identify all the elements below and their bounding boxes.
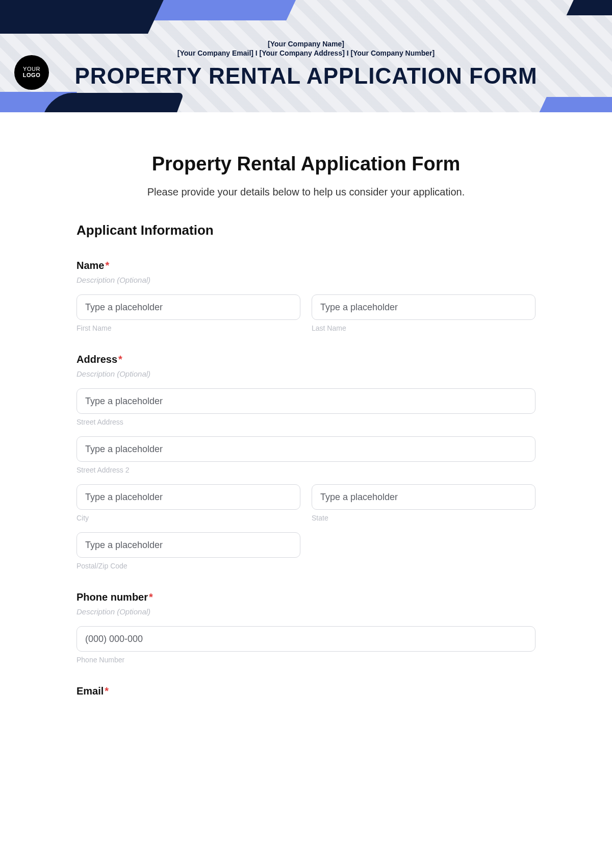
form-container: Property Rental Application Form Please …: [76, 112, 536, 717]
header-banner: YOUR LOGO [Your Company Name] [Your Comp…: [0, 0, 612, 112]
page-subtitle: Please provide your details below to hel…: [76, 186, 536, 198]
input-first-name[interactable]: [76, 294, 300, 320]
input-state[interactable]: [312, 484, 536, 510]
desc-phone: Description (Optional): [76, 607, 536, 616]
decor-shape: [534, 97, 612, 112]
input-postal-code[interactable]: [76, 532, 300, 558]
label-phone-text: Phone number: [76, 591, 148, 603]
field-phone: Phone number* Description (Optional) Pho…: [76, 591, 536, 664]
sublabel-street: Street Address: [76, 418, 536, 426]
input-street-address[interactable]: [76, 388, 536, 414]
label-address: Address*: [76, 354, 536, 365]
sublabel-last-name: Last Name: [312, 324, 536, 332]
required-asterisk: *: [105, 685, 109, 697]
sublabel-postal: Postal/Zip Code: [76, 562, 300, 570]
sublabel-street2: Street Address 2: [76, 466, 536, 474]
label-email-text: Email: [76, 685, 104, 697]
company-contact-line: [Your Company Email] I [Your Company Add…: [0, 49, 612, 57]
sublabel-city: City: [76, 514, 300, 522]
input-last-name[interactable]: [312, 294, 536, 320]
desc-name: Description (Optional): [76, 276, 536, 284]
required-asterisk: *: [149, 591, 153, 603]
field-name: Name* Description (Optional) First Name …: [76, 260, 536, 332]
decor-shape: [0, 0, 168, 34]
label-name: Name*: [76, 260, 536, 271]
banner-text-block: [Your Company Name] [Your Company Email]…: [0, 40, 612, 89]
decor-shape: [567, 0, 612, 15]
sublabel-phone: Phone Number: [76, 656, 536, 664]
label-phone: Phone number*: [76, 591, 536, 603]
field-address: Address* Description (Optional) Street A…: [76, 354, 536, 570]
required-asterisk: *: [118, 354, 122, 365]
company-name: [Your Company Name]: [0, 40, 612, 48]
input-city[interactable]: [76, 484, 300, 510]
sublabel-first-name: First Name: [76, 324, 300, 332]
label-address-text: Address: [76, 354, 117, 365]
page-title: Property Rental Application Form: [76, 153, 536, 175]
desc-address: Description (Optional): [76, 369, 536, 378]
field-email: Email*: [76, 685, 536, 697]
label-name-text: Name: [76, 260, 104, 271]
decor-shape: [40, 93, 184, 112]
banner-title: PROPERTY RENTAL APPLICATION FORM: [0, 63, 612, 89]
label-email: Email*: [76, 685, 536, 697]
input-street-address-2[interactable]: [76, 436, 536, 462]
section-applicant-info: Applicant Information: [76, 222, 536, 238]
required-asterisk: *: [105, 260, 109, 271]
sublabel-state: State: [312, 514, 536, 522]
input-phone[interactable]: [76, 626, 536, 652]
